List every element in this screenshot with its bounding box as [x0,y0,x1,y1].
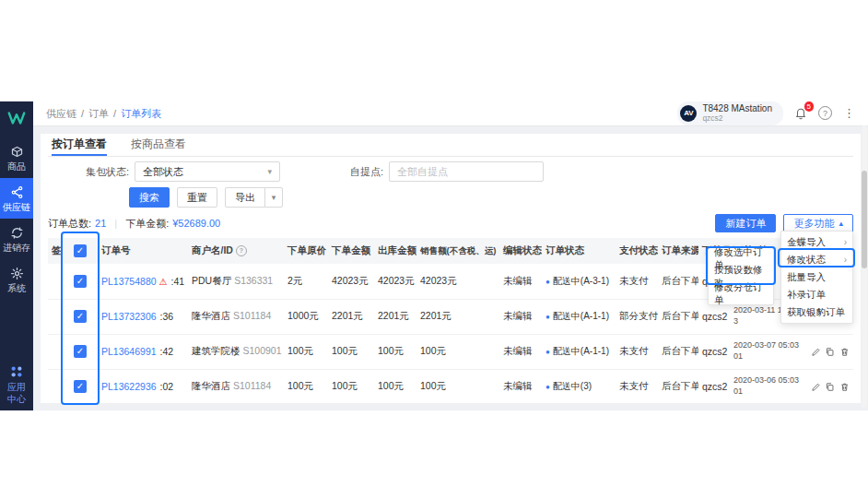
edit-icon[interactable] [811,381,821,393]
chevron-right-icon: › [844,237,847,247]
status-dot-icon: ● [545,278,550,286]
breadcrumb-supply-chain[interactable]: 供应链 [46,107,76,121]
package-status-value: 全部状态 [143,165,183,179]
sidebar-item-inventory[interactable]: 进销存 [0,219,33,259]
merchant-id: S136331 [234,275,273,286]
order-link[interactable]: PL13622936 [101,381,157,392]
tab-by-order[interactable]: 按订单查看 [52,134,107,156]
notification-badge: 5 [804,101,814,112]
filter-row: 集包状态: 全部状态 ▾ 自提点: [48,161,853,182]
status-dot-icon: ● [545,383,550,391]
col-sign: 签 [48,238,63,264]
breadcrumb-orders[interactable]: 订单 [88,107,109,121]
chevron-down-icon: ▾ [267,167,272,176]
export-split-button: 导出 ▾ [225,187,283,208]
menu-item-batch-import[interactable]: 批量导入 [781,268,852,286]
scrollbar-thumb[interactable] [862,171,867,268]
breadcrumb: 供应链 / 订单 / 订单列表 [46,107,161,121]
order-link[interactable]: PL13754880 [101,276,157,287]
order-link[interactable]: PL13646991 [101,346,157,357]
sidebar-item-system[interactable]: 系统 [0,259,33,300]
package-status-label: 集包状态: [63,165,129,179]
row-checkbox[interactable]: ✓ [74,380,87,393]
summary-separator: | [114,218,117,229]
col-select: ✓ [63,238,98,264]
summary-buttons: 新建订单 更多功能 ▴ [715,214,853,232]
sidebar-item-label: 商品 [7,161,26,172]
modify-status-submenu: 修改选中订单 按预设数修改 修改分仓订单 [708,247,774,305]
sidebar-item-label: 进销存 [3,243,30,253]
chevron-right-icon: › [844,255,847,265]
delete-icon[interactable] [839,381,850,393]
summary-row: 订单总数: 21 | 下单金额: ¥52689.00 新建订单 更多功能 ▴ [48,214,853,232]
app-logo-icon [6,108,27,128]
topbar: 供应链 / 订单 / 订单列表 AV T8428 MAstation qzcs2 [33,101,868,126]
col-sales: 销售额(不含税、运) [416,238,499,264]
col-merchant: 商户名/ID? [188,238,284,264]
delete-icon[interactable] [839,346,850,358]
table-row: ✓ PL13622936:02 隆华酒店S101184 100元 100元 10… [48,369,853,404]
sidebar-item-label: 系统 [7,283,26,293]
table-row: ✓ PL13646991:42 建筑学院楼S100901 100元 100元 1… [48,334,853,369]
col-order-no: 订单号 [98,238,188,264]
edit-icon[interactable] [811,346,821,358]
menu-item-supplement-order[interactable]: 补录订单 [781,286,852,303]
breadcrumb-order-list[interactable]: 订单列表 [121,107,161,121]
export-button[interactable]: 导出 [225,187,265,208]
menu-item-fetch-yinbao-orders[interactable]: 获取银豹订单 [781,303,852,321]
merchant-name: 隆华酒店 [192,310,230,321]
col-pay-status: 支付状态 [616,238,658,264]
package-status-select[interactable]: 全部状态 ▾ [135,161,280,182]
new-order-button[interactable]: 新建订单 [715,214,776,232]
merchant-name: 建筑学院楼 [192,345,240,356]
select-all-checkbox[interactable]: ✓ [74,244,87,257]
sidebar: 商品 供应链 进销存 系统 应用中心 [0,101,33,410]
copy-icon[interactable] [825,381,835,393]
topbar-right: AV T8428 MAstation qzcs2 5 ? ⋮ [677,101,855,125]
status-badge: 配送中(A-3-1) [553,276,609,286]
sidebar-item-supply-chain[interactable]: 供应链 [0,178,33,219]
row-checkbox[interactable]: ✓ [74,310,87,323]
status-badge: 配送中(A-1-1) [553,311,609,321]
col-original-price: 下单原价 [284,238,328,264]
user-menu[interactable]: AV T8428 MAstation qzcs2 [677,101,783,125]
reset-button[interactable]: 重置 [177,187,217,208]
export-dropdown-button[interactable]: ▾ [264,187,283,208]
page: 商品 供应链 进销存 系统 应用中心 供应链 [0,0,868,499]
inventory-icon [10,226,24,240]
breadcrumb-separator: / [113,108,116,119]
help-button[interactable]: ? [818,106,832,120]
order-link[interactable]: PL13732306 [101,311,157,322]
tab-by-product[interactable]: 按商品查看 [131,134,186,156]
order-count-value: 21 [95,218,106,229]
more-options-icon[interactable]: ⋮ [843,107,855,119]
order-amount-label: 下单金额: [125,217,169,231]
more-functions-button[interactable]: 更多功能 ▴ [783,214,853,232]
row-actions [811,381,850,393]
status-badge: 配送中(A-1-1) [553,346,609,356]
action-buttons: 搜索 重置 导出 ▾ [129,187,853,208]
menu-item-modify-split-warehouse-orders[interactable]: 修改分仓订单 [709,285,773,303]
merchant-name: 隆华酒店 [192,380,230,391]
col-edit-status: 编辑状态 [499,238,542,264]
notifications-button[interactable]: 5 [794,107,807,120]
supply-chain-icon [10,185,24,199]
merchant-id: S101184 [233,310,271,321]
sidebar-item-products[interactable]: 商品 [0,137,33,178]
copy-icon[interactable] [825,346,835,358]
menu-item-modify-status[interactable]: 修改状态 › [781,251,852,268]
sidebar-item-app-center[interactable]: 应用中心 [6,364,28,405]
search-button[interactable]: 搜索 [129,187,170,208]
view-tabs: 按订单查看 按商品查看 [48,134,853,157]
menu-item-kingdee-import[interactable]: 金蝶导入 › [781,233,852,251]
gear-icon [10,267,24,280]
row-checkbox[interactable]: ✓ [74,275,87,288]
breadcrumb-separator: / [81,108,84,119]
col-outbound-amount: 出库金额 [374,238,416,264]
info-icon: ? [236,245,247,256]
pickup-point-input[interactable] [389,161,544,182]
merchant-name: PDU餐厅 [192,275,231,286]
row-checkbox[interactable]: ✓ [74,345,87,358]
more-functions-menu: 金蝶导入 › 修改状态 › 批量导入 补录订单 获取银豹订单 [780,231,853,324]
avatar: AV [680,105,697,122]
